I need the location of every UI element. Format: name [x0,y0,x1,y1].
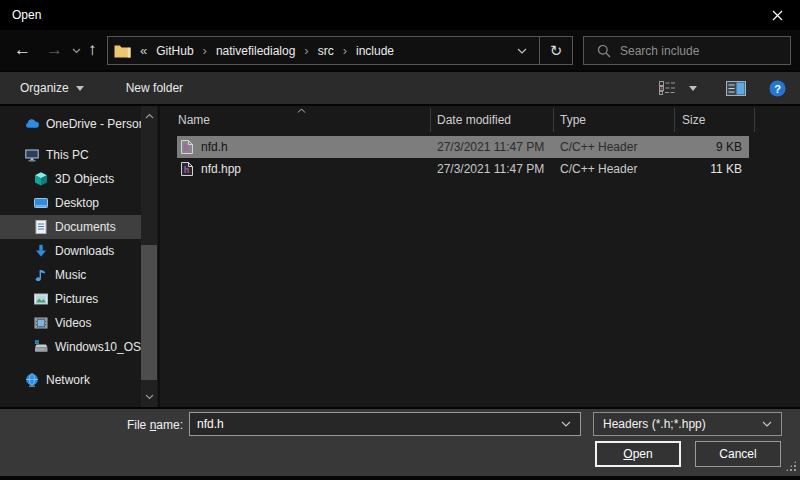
window-title: Open [12,8,41,22]
preview-pane-button[interactable] [726,81,746,96]
file-name-dropdown-chevron-icon[interactable] [561,421,571,427]
file-type-dropdown-chevron-icon[interactable] [762,421,772,427]
footer-bar: File name: nfd.h Headers (*.h;*.hpp) Ope… [0,407,800,476]
file-date-modified: 27/3/2021 11:47 PM [437,162,544,176]
refresh-button[interactable]: ↻ [540,42,572,60]
back-button[interactable]: ← [14,40,31,60]
close-icon [772,10,783,21]
column-header-type[interactable]: Type [560,113,586,127]
breadcrumb-separator: › [304,43,308,58]
title-bar: Open [0,0,800,30]
sidebar-item-windows10-os[interactable]: Windows10_OS ( [0,335,141,359]
file-row[interactable]: h nfd.hpp 27/3/2021 11:47 PM C/C++ Heade… [177,158,749,180]
organize-label: Organize [20,81,69,95]
file-list: Name Date modified Type Size h nfd.h [160,106,800,407]
breadcrumb: « GitHub › nativefiledialog › src › incl… [140,43,394,58]
svg-text:h: h [184,165,190,175]
help-icon: ? [769,80,786,97]
scroll-up-arrow-icon[interactable] [141,108,157,124]
address-bar[interactable]: « GitHub › nativefiledialog › src › incl… [107,36,573,65]
dropdown-arrow-icon [689,86,697,91]
breadcrumb-item-github[interactable]: GitHub [156,44,193,58]
breadcrumb-item-include[interactable]: include [356,44,394,58]
search-input[interactable]: Search include [620,44,699,58]
sidebar-scrollbar[interactable] [141,106,157,407]
views-button[interactable] [659,81,676,95]
breadcrumb-item-nativefiledialog[interactable]: nativefiledialog [216,44,295,58]
file-type-value: Headers (*.h;*.hpp) [603,417,706,431]
open-dialog-window: Open ← → ↑ « GitHub › nativef [0,0,800,480]
header-file-icon: h [180,139,194,155]
command-toolbar: Organize New folder [0,70,800,104]
column-divider[interactable] [430,108,431,132]
sidebar-item-3d-objects[interactable]: 3D Objects [0,167,141,191]
file-name-input[interactable]: nfd.h [189,412,581,436]
sidebar-item-onedrive[interactable]: OneDrive - Persor [0,112,141,136]
close-button[interactable] [754,0,800,30]
onedrive-cloud-icon [24,116,40,132]
picture-icon [33,291,49,307]
svg-text:?: ? [774,82,781,94]
scroll-down-arrow-icon[interactable] [141,389,157,405]
dropdown-arrow-icon [76,86,84,91]
column-headers: Name Date modified Type Size [160,106,800,134]
content-area: OneDrive - Persor This PC [0,104,800,407]
column-divider[interactable] [754,108,755,132]
file-date-modified: 27/3/2021 11:47 PM [437,140,544,154]
sidebar-item-pictures[interactable]: Pictures [0,287,141,311]
navigation-pane: OneDrive - Persor This PC [0,106,160,407]
file-type: C/C++ Header [560,140,637,154]
forward-button[interactable]: → [46,40,63,60]
sidebar-item-music[interactable]: Music [0,263,141,287]
file-size: 9 KB [716,140,742,154]
breadcrumb-item-src[interactable]: src [318,44,334,58]
up-button[interactable]: ↑ [88,40,97,60]
recent-locations-chevron-icon[interactable] [72,48,81,54]
sidebar-item-downloads[interactable]: Downloads [0,239,141,263]
column-header-size[interactable]: Size [682,113,705,127]
sidebar-item-network[interactable]: Network [0,368,141,392]
search-icon [597,44,611,58]
navigation-bar: ← → ↑ « GitHub › nativefiledialog › src … [0,30,800,70]
file-row[interactable]: h nfd.h 27/3/2021 11:47 PM C/C++ Header … [177,136,749,158]
sidebar-item-this-pc[interactable]: This PC [0,143,141,167]
music-note-icon [33,267,49,283]
sidebar-item-videos[interactable]: Videos [0,311,141,335]
cancel-button[interactable]: Cancel [695,441,781,467]
svg-text:h: h [184,143,190,153]
computer-icon [24,147,40,163]
organize-button[interactable]: Organize [10,72,94,104]
network-globe-icon [24,372,40,388]
file-type-dropdown[interactable]: Headers (*.h;*.hpp) [593,412,782,436]
resize-grip-icon[interactable] [785,460,797,472]
new-folder-label: New folder [126,81,183,95]
column-divider[interactable] [674,108,675,132]
breadcrumb-separator: › [343,43,347,58]
breadcrumb-separator: › [203,43,207,58]
new-folder-button[interactable]: New folder [116,72,193,104]
column-header-date-modified[interactable]: Date modified [437,113,511,127]
sidebar-item-documents[interactable]: Documents [0,215,141,239]
download-arrow-icon [33,243,49,259]
film-icon [33,315,49,331]
address-dropdown-chevron-icon[interactable] [505,48,539,54]
column-header-name[interactable]: Name [178,113,210,127]
breadcrumb-overflow[interactable]: « [140,43,147,58]
file-name: nfd.hpp [201,162,241,176]
header-file-icon: h [180,161,194,177]
file-name-label: File name: [0,418,183,432]
hard-drive-icon [33,339,49,355]
open-button[interactable]: Open [595,441,681,467]
documents-icon [33,219,49,235]
scrollbar-thumb[interactable] [141,245,157,380]
search-box[interactable]: Search include [583,36,791,65]
file-name-value: nfd.h [197,417,224,431]
folder-icon [114,44,131,58]
window-bottom-edge [0,476,800,480]
sidebar-item-desktop[interactable]: Desktop [0,191,141,215]
cube-icon [33,171,49,187]
views-dropdown-chevron[interactable] [689,86,697,91]
file-size: 11 KB [710,162,742,176]
help-button[interactable]: ? [769,80,786,97]
column-divider[interactable] [553,108,554,132]
